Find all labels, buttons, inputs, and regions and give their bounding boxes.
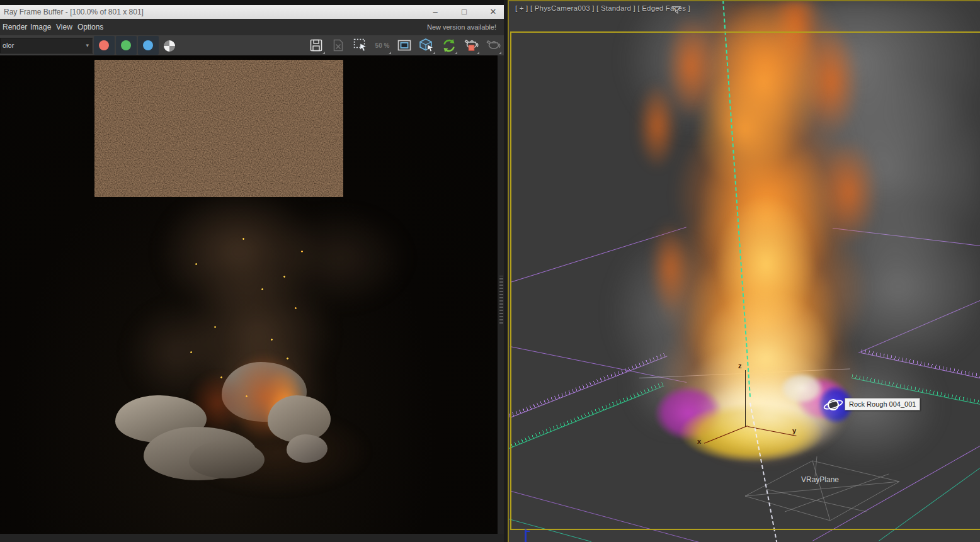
monochrome-channel-icon[interactable] [164,40,175,52]
render-last-button[interactable] [462,37,479,54]
planet-cursor-icon [823,395,844,414]
menu-render[interactable]: Render [0,19,30,35]
save-button[interactable] [307,37,325,54]
active-viewport-border [508,0,980,1]
camera-safe-frame [510,31,980,530]
clear-image-button[interactable] [329,37,347,54]
zoom-50-button[interactable]: 50 % [373,37,391,54]
region-render-button[interactable] [351,37,369,54]
active-viewport-border [508,0,509,542]
chevron-down-icon: ▾ [86,38,89,53]
green-channel-icon [121,40,131,50]
object-tooltip: Rock Rough 004_001 [845,398,920,410]
blue-channel-button[interactable] [138,36,159,55]
render-last-icon [463,38,480,54]
region-render-icon [353,38,369,54]
red-channel-icon [99,40,109,50]
save-icon [309,38,324,53]
window-resize-gripper[interactable] [499,276,503,324]
channel-dropdown-value: olor [3,38,14,53]
render-sparks [0,55,498,534]
title-bar: Ray Frame Buffer - [100.0% of 801 x 801]… [0,5,504,19]
maximize-button[interactable]: □ [455,5,474,19]
isolate-render-icon [419,38,435,54]
filter-funnel-icon[interactable] [671,6,682,14]
render-icon [485,38,502,54]
menu-options[interactable]: Options [75,19,106,35]
zoom-50-icon: 50 % [373,37,391,54]
window-title: Ray Frame Buffer - [100.0% of 801 x 801] [4,5,144,19]
refresh-button[interactable] [440,37,457,54]
clear-image-icon [331,38,346,53]
close-button[interactable]: ✕ [484,5,503,19]
menu-image[interactable]: Image [28,19,54,35]
channel-dropdown[interactable]: olor ▾ [0,38,93,54]
screen: Ray Frame Buffer - [100.0% of 801 x 801]… [0,0,980,542]
menu-view[interactable]: View [54,19,75,35]
minimize-button[interactable]: – [426,5,445,19]
green-channel-button[interactable] [116,36,137,55]
blue-channel-icon [143,40,153,50]
update-notice[interactable]: New version available! [427,19,496,35]
red-channel-button[interactable] [94,36,115,55]
isolate-render-button[interactable] [418,37,435,54]
show-frame-button[interactable] [396,37,413,54]
rendered-image [0,55,498,534]
viewport[interactable]: VRayPlane z x y [ + ] [ PhysCamera003 ] … [508,0,980,542]
vray-frame-buffer-window: Ray Frame Buffer - [100.0% of 801 x 801]… [0,0,504,542]
render-button[interactable] [484,37,501,54]
menu-bar: Render Image View Options New version av… [0,19,504,35]
axis-blue-marker [525,529,527,542]
refresh-icon [441,38,457,54]
toolbar: olor ▾ [0,35,504,56]
window-bottom-edge [0,534,504,542]
show-frame-icon [397,38,412,53]
viewport-label[interactable]: [ + ] [ PhysCamera003 ] [ Standard ] [ E… [515,4,690,12]
window-top-edge [0,0,504,5]
